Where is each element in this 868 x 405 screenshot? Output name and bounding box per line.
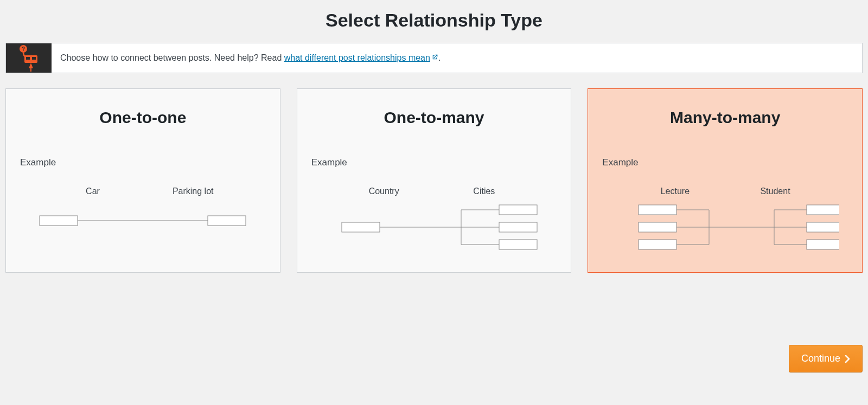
left-entity-one-to-one: Car <box>55 187 131 196</box>
help-text-suffix: . <box>438 53 441 62</box>
continue-button[interactable]: Continue <box>789 345 863 372</box>
svg-rect-9 <box>499 205 537 215</box>
diagram-many-to-many: Lecture Student <box>599 187 851 257</box>
svg-rect-17 <box>639 205 676 215</box>
svg-rect-8 <box>342 222 380 232</box>
right-entity-one-to-one: Parking lot <box>155 187 231 196</box>
help-info-bar: ? Choose how to connect between posts. N… <box>5 43 863 73</box>
card-title-one-to-one: One-to-one <box>17 108 269 127</box>
help-text: Choose how to connect between posts. Nee… <box>52 43 449 73</box>
example-label-one-to-many: Example <box>311 157 560 168</box>
svg-text:?: ? <box>22 46 25 52</box>
relationship-cards: One-to-one Example Car Parking lot One-t… <box>5 88 863 273</box>
svg-rect-10 <box>499 222 537 232</box>
card-one-to-one[interactable]: One-to-one Example Car Parking lot <box>5 88 280 273</box>
svg-rect-20 <box>807 205 839 215</box>
card-title-one-to-many: One-to-many <box>308 108 560 127</box>
svg-rect-5 <box>40 216 78 226</box>
svg-rect-4 <box>32 57 36 60</box>
example-label-many-to-many: Example <box>602 157 851 168</box>
svg-rect-22 <box>807 240 839 249</box>
example-label-one-to-one: Example <box>20 157 269 168</box>
left-entity-one-to-many: Country <box>346 187 422 196</box>
external-link-icon <box>431 53 438 63</box>
diagram-one-to-one: Car Parking lot <box>17 187 269 257</box>
right-entity-one-to-many: Cities <box>446 187 522 196</box>
card-one-to-many[interactable]: One-to-many Example Country Cities <box>297 88 572 273</box>
help-link-text: what different post relationships mean <box>284 53 430 62</box>
continue-button-label: Continue <box>801 353 840 364</box>
help-link[interactable]: what different post relationships mean <box>284 53 438 62</box>
svg-rect-3 <box>26 57 30 60</box>
page-title: Select Relationship Type <box>5 0 863 43</box>
toolset-robot-icon: ? <box>6 43 52 73</box>
svg-rect-18 <box>639 222 676 232</box>
card-title-many-to-many: Many-to-many <box>599 108 851 127</box>
diagram-one-to-many: Country Cities <box>308 187 560 257</box>
help-text-prefix: Choose how to connect between posts. Nee… <box>60 53 284 62</box>
svg-rect-6 <box>208 216 246 226</box>
chevron-right-icon <box>845 355 850 363</box>
card-many-to-many[interactable]: Many-to-many Example Lecture Student <box>588 88 863 273</box>
left-entity-many-to-many: Lecture <box>637 187 713 196</box>
svg-rect-21 <box>807 222 839 232</box>
right-entity-many-to-many: Student <box>737 187 813 196</box>
svg-rect-19 <box>639 240 676 249</box>
svg-rect-11 <box>499 240 537 249</box>
